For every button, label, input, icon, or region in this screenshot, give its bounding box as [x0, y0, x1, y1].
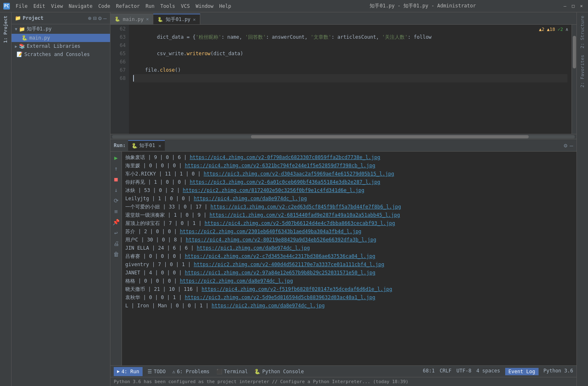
output-text-18: L | Iron | Man | 0 | 0 | 1 | [125, 302, 212, 310]
code-line-65[interactable]: csv_write.writerow(dict_data) [133, 49, 567, 58]
run-stop-button[interactable]: ■ [112, 175, 121, 184]
output-link-10[interactable]: https://pic4.zhimg.com/v2-80219e88429a9d… [186, 236, 376, 244]
menu-navigate[interactable]: Navigate [66, 2, 95, 10]
output-link-18[interactable]: https://pic2.zhimg.com/da8e974dc_l.jpg [212, 302, 325, 310]
run-tab-close[interactable]: ✕ [158, 143, 161, 149]
todo-tab[interactable]: ☰ TODO [144, 367, 169, 376]
tree-icon-scratches: 📝 [16, 51, 23, 57]
tab-main-icon: 🐍 [115, 16, 120, 22]
run-scroll-button[interactable]: 📌 [112, 218, 121, 227]
output-text-14: JANET | 4 | 0 | 0 | [125, 269, 185, 277]
project-collapse-icon[interactable]: ⊟ [93, 15, 96, 21]
tab-main-close[interactable]: ✕ [146, 16, 149, 22]
terminal-tab[interactable]: ⬛ Terminal [213, 367, 251, 376]
python-console-tab[interactable]: 🐍 Python Console [251, 367, 307, 376]
run-trash-button[interactable]: 🗑 [112, 250, 121, 259]
menu-help[interactable]: Help [217, 2, 234, 10]
menu-code[interactable]: Code [96, 2, 113, 10]
output-link-2[interactable]: https://pic3.zhimg.com/v2-d3043aac2af596… [204, 170, 394, 178]
sidebar-tab-project[interactable]: 1: Project [1, 12, 10, 46]
output-link-5[interactable]: https://pic4.zhimg.com/da8e974dc_l.jpg [194, 194, 307, 203]
menu-tools[interactable]: Tools [158, 2, 178, 10]
run-list-button[interactable]: ≡ [112, 207, 121, 216]
tab-zhishou-close[interactable]: ✕ [193, 17, 196, 22]
run-close-icon[interactable]: — [570, 142, 573, 149]
maximize-button[interactable]: □ [570, 3, 576, 9]
close-button[interactable]: ✕ [578, 3, 585, 9]
output-link-16[interactable]: https://pic4.zhimg.com/v2-f519fb6828f028… [201, 285, 392, 293]
output-link-7[interactable]: https://pic1.zhimg.com/v2-6815440fad9e28… [209, 211, 400, 219]
project-hide-icon[interactable]: — [103, 15, 107, 21]
python-icon: 🐍 [254, 369, 260, 374]
run-play-icon: ▶ [117, 369, 120, 374]
output-text-9: 苏介 | 2 | 0 | 0 | [125, 227, 180, 236]
run-button[interactable]: ▶ 4: Run [114, 367, 143, 376]
output-link-11[interactable]: https://pic1.zhimg.com/da8e974dc_l.jpg [197, 244, 310, 252]
minimize-button[interactable]: — [562, 3, 568, 9]
output-link-4[interactable]: https://pic2.zhimg.com/8172402e50c3256f0… [183, 186, 365, 194]
code-line-63[interactable]: dict_data = {'粉丝昵称': name, '回答数': answer… [133, 33, 567, 41]
run-settings-icon[interactable]: ⚙ [564, 142, 567, 149]
sidebar-tab-structure[interactable]: 2: Structure [578, 12, 587, 51]
tree-label-scratches: Scratches and Consoles [24, 51, 90, 57]
code-line-68[interactable] [133, 74, 567, 82]
output-link-9[interactable]: https://pic2.zhimg.com/2301eb640f6343b1a… [180, 227, 361, 236]
warning-count2: ▲18 [547, 26, 555, 34]
menu-view[interactable]: View [49, 2, 66, 10]
output-link-8[interactable]: https://pic4.zhimg.com/v2-5d07b66124d4e4… [204, 219, 395, 227]
run-print-button[interactable]: 🖨 [112, 239, 121, 248]
tree-arrow-external: ▶ [15, 44, 17, 49]
menu-vcs[interactable]: VCS [178, 2, 192, 10]
output-link-1[interactable]: https://pic4.zhimg.com/v2-6321bc794fe244… [185, 161, 375, 170]
output-link-17[interactable]: https://pic3.zhimg.com/v2-5d9e5d816594d5… [185, 293, 375, 302]
tab-zhishou[interactable]: 🐍 知手01.py ✕ [153, 14, 200, 24]
project-folder-icon: 📁 [15, 15, 21, 21]
output-link-12[interactable]: https://pic4.zhimg.com/v2-c7d3453e44c231… [185, 252, 375, 260]
code-content[interactable]: ▲2 ▲18 ✓2 ∧ dict_data = {'粉丝昵称': name, '… [129, 25, 572, 134]
run-soft-wrap-button[interactable]: ↩ [112, 228, 121, 237]
run-output[interactable]: 抽象废话 | 9 | 0 | 6 | https://pic4.zhimg.co… [122, 152, 576, 365]
output-text-17: 袁秋华 | 0 | 0 | 1 | [125, 293, 185, 302]
output-link-15[interactable]: https://pic2.zhimg.com/da8e974dc_l.jpg [180, 277, 293, 285]
tree-item-external[interactable]: ▶ 📚 External Libraries [12, 42, 110, 50]
v-scrollbar[interactable] [572, 25, 576, 134]
problems-tab[interactable]: ⚠ 6: Problems [169, 367, 213, 376]
output-line-16: 晓天撒币 | 21 | 10 | 116 | https://pic4.zhim… [125, 285, 573, 293]
h-scroll-thumb[interactable] [251, 135, 529, 138]
tab-main[interactable]: 🐍 main.py ✕ [110, 14, 153, 24]
output-text-10: 用户C | 30 | 0 | 8 | [125, 236, 186, 244]
menu-edit[interactable]: Edit [31, 2, 48, 10]
run-play-button[interactable]: ▶ [112, 153, 121, 162]
menu-refactor[interactable]: Refactor [113, 2, 142, 10]
expand-icon[interactable]: ∧ [565, 26, 568, 34]
code-line-66 [133, 58, 567, 66]
code-line-67[interactable]: file.close() [133, 66, 567, 74]
output-link-3[interactable]: https://pic3.zhimg.com/v2-6a01c0ceb690bf… [190, 178, 380, 186]
run-tab-zhishou[interactable]: 🐍 知手01 ✕ [128, 140, 165, 151]
tree-label-main: main.py [29, 35, 50, 41]
output-link-13[interactable]: https://pic2.zhimg.com/v2-400d4d5621170e… [194, 260, 384, 269]
sidebar-tab-favorites[interactable]: 2: Favorites [578, 51, 587, 91]
run-down-button[interactable]: ↓ [112, 185, 121, 194]
tree-item-scratches[interactable]: 📝 Scratches and Consoles [12, 50, 110, 58]
run-up-button[interactable]: ↑ [112, 164, 121, 173]
project-settings-icon[interactable]: ⚙ [98, 15, 101, 21]
tree-label-root: 知手01.py [27, 26, 52, 33]
tree-item-main[interactable]: 🐍 main.py [12, 34, 110, 42]
output-text-1: 海里媛 | 0 | 0 | 0 | [125, 161, 185, 170]
event-log[interactable]: Event Log [505, 368, 539, 375]
h-scrollbar[interactable] [110, 134, 576, 139]
output-link-6[interactable]: https://pic3.zhimg.com/v2-c2ed63d5cf845f… [211, 203, 401, 211]
menu-file[interactable]: File [13, 2, 30, 10]
menu-window[interactable]: Window [193, 2, 216, 10]
run-rerun-button[interactable]: ⟳ [112, 196, 121, 205]
h-scroll-track[interactable] [112, 135, 575, 138]
output-link-0[interactable]: https://pic4.zhimg.com/v2-0f798adc682330… [190, 153, 380, 161]
menu-run[interactable]: Run [143, 2, 157, 10]
output-link-14[interactable]: https://pic1.zhimg.com/v2-97a84e12e657b9… [185, 269, 375, 277]
tree-arrow-root: ▼ [15, 27, 17, 31]
tree-item-root[interactable]: ▼ 📁 知手01.py [12, 24, 110, 34]
project-add-icon[interactable]: ⊕ [88, 15, 91, 21]
v-scroll-thumb[interactable] [573, 36, 576, 69]
run-header: Run: 🐍 知手01 ✕ ⚙ — [110, 139, 576, 152]
